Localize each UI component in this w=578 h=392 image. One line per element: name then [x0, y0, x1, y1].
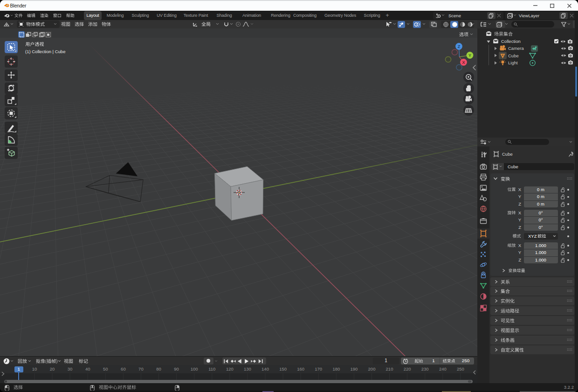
svg-text:Z: Z	[458, 44, 461, 49]
svg-text:X: X	[462, 60, 465, 65]
svg-text:Y: Y	[468, 53, 471, 58]
